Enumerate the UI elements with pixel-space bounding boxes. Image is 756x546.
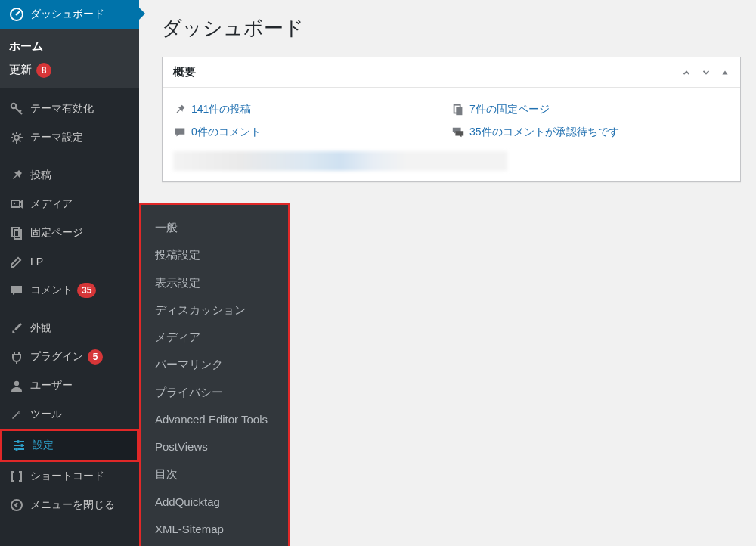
sidebar-item-collapse[interactable]: メニューを閉じる: [0, 491, 139, 520]
sidebar-item-theme-activation[interactable]: テーマ有効化: [0, 95, 139, 123]
pencil-icon: [8, 254, 26, 269]
sidebar-label: メディア: [30, 197, 73, 211]
sidebar-item-posts[interactable]: 投稿: [0, 161, 139, 190]
sidebar-sub-home[interactable]: ホーム: [0, 35, 139, 58]
sidebar-label: 設定: [33, 439, 54, 452]
updates-badge: 8: [36, 63, 51, 78]
pages-icon: [8, 225, 26, 240]
active-pointer: [139, 8, 145, 20]
panel-header: 概要: [163, 57, 740, 88]
sidebar-item-comments[interactable]: コメント 35: [0, 276, 139, 305]
submenu-item[interactable]: XML-Sitemap: [141, 516, 288, 543]
posts-link[interactable]: 141件の投稿: [191, 103, 251, 116]
brush-icon: [8, 321, 26, 336]
svg-point-5: [14, 203, 15, 204]
submenu-item[interactable]: Advanced Editor Tools: [141, 406, 288, 433]
pin-icon: [8, 168, 26, 183]
panel-controls: [681, 67, 730, 78]
wrench-icon: [8, 407, 26, 422]
panel-body: 141件の投稿 0件のコメント 7件の固定ページ 35件のコメントが承認待ちです: [163, 88, 740, 181]
sidebar-item-appearance[interactable]: 外観: [0, 314, 139, 343]
overview-panel: 概要 141件の投稿 0件のコメント: [162, 57, 741, 182]
submenu-item[interactable]: パーマリンク: [141, 351, 288, 378]
sidebar-label: 投稿: [30, 169, 51, 182]
sidebar-item-shortcode[interactable]: ショートコード: [0, 462, 139, 491]
collapse-triangle-icon[interactable]: [720, 68, 730, 77]
sidebar-label: ダッシュボード: [30, 8, 104, 21]
submenu-item[interactable]: ディスカッション: [141, 296, 288, 324]
sliders-icon: [10, 438, 28, 453]
plugins-badge: 5: [88, 349, 103, 365]
svg-rect-7: [14, 230, 21, 239]
sidebar-item-media[interactable]: メディア: [0, 190, 139, 219]
media-icon: [8, 197, 26, 212]
comment-icon: [173, 126, 191, 139]
gear-icon: [8, 130, 26, 145]
comment-icon: [8, 283, 26, 298]
sidebar-item-pages[interactable]: 固定ページ: [0, 219, 139, 247]
stats-grid: 141件の投稿 0件のコメント 7件の固定ページ 35件のコメントが承認待ちです: [173, 98, 730, 144]
submenu-item[interactable]: 一般: [141, 214, 288, 241]
submenu-item[interactable]: AddQuicktag: [141, 489, 288, 516]
sidebar-item-users[interactable]: ユーザー: [0, 371, 139, 400]
sidebar-label: テーマ有効化: [30, 102, 94, 116]
pages-link[interactable]: 7件の固定ページ: [469, 103, 550, 116]
svg-point-12: [11, 500, 22, 510]
plug-icon: [8, 349, 26, 365]
svg-point-9: [17, 440, 20, 443]
key-icon: [8, 101, 26, 116]
stat-comments: 0件のコメント: [173, 121, 451, 144]
submenu-item[interactable]: 投稿設定: [141, 241, 288, 268]
comments-badge: 35: [77, 283, 96, 298]
sidebar-sub-updates[interactable]: 更新8: [0, 58, 139, 82]
comments-link[interactable]: 0件のコメント: [191, 126, 261, 139]
stat-pending: 35件のコメントが承認待ちです: [451, 121, 730, 144]
pin-icon: [173, 103, 191, 116]
sidebar-item-tools[interactable]: ツール: [0, 400, 139, 429]
sidebar-item-dashboard[interactable]: ダッシュボード: [0, 0, 139, 29]
sidebar-label: LP: [30, 256, 43, 268]
sidebar-item-theme-settings[interactable]: テーマ設定: [0, 123, 139, 152]
sidebar-label: メニューを閉じる: [30, 498, 115, 512]
sidebar-label: ショートコード: [30, 470, 104, 483]
sidebar-label: テーマ設定: [30, 131, 83, 144]
sidebar-label: プラグイン: [30, 350, 83, 364]
main-content: ダッシュボード 概要 141件の投稿 0件のコメント: [154, 0, 756, 182]
svg-rect-4: [11, 200, 20, 207]
pending-comments-link[interactable]: 35件のコメントが承認待ちです: [469, 126, 619, 139]
sidebar-item-plugins[interactable]: プラグイン 5: [0, 343, 139, 371]
submenu-item[interactable]: 目次: [141, 461, 288, 488]
chevron-up-icon[interactable]: [681, 67, 692, 78]
svg-point-8: [14, 381, 19, 386]
sidebar-item-lp[interactable]: LP: [0, 247, 139, 276]
sidebar-label: コメント: [30, 284, 73, 297]
redacted-area: [173, 151, 507, 171]
submenu-item[interactable]: メディア: [141, 324, 288, 351]
svg-rect-14: [456, 107, 462, 115]
panel-title: 概要: [173, 65, 196, 79]
sidebar-label: 外観: [30, 321, 51, 335]
submenu-item[interactable]: PostViews: [141, 433, 288, 461]
svg-point-10: [20, 444, 23, 447]
chevron-down-icon[interactable]: [701, 67, 711, 78]
sidebar-label: 固定ページ: [30, 226, 83, 240]
sidebar-item-settings[interactable]: 設定: [2, 431, 137, 460]
stat-posts: 141件の投稿: [173, 98, 451, 121]
user-icon: [8, 378, 26, 393]
page-title: ダッシュボード: [162, 15, 741, 42]
collapse-icon: [8, 498, 26, 513]
sidebar-label: ツール: [30, 408, 62, 421]
comments-multi-icon: [451, 126, 469, 139]
submenu-item[interactable]: 表示設定: [141, 269, 288, 296]
stat-pages: 7件の固定ページ: [451, 98, 730, 121]
svg-point-1: [16, 14, 18, 16]
submenu-item[interactable]: プライバシー: [141, 379, 288, 406]
settings-highlight: 設定: [0, 429, 139, 462]
sidebar-label: ユーザー: [30, 379, 73, 392]
brackets-icon: [8, 469, 26, 484]
svg-rect-6: [12, 228, 19, 237]
gauge-icon: [8, 7, 26, 22]
sidebar-sub-dashboard: ホーム 更新8: [0, 29, 139, 88]
pages-icon: [451, 103, 469, 116]
settings-submenu: 一般 投稿設定 表示設定 ディスカッション メディア パーマリンク プライバシー…: [139, 203, 290, 546]
